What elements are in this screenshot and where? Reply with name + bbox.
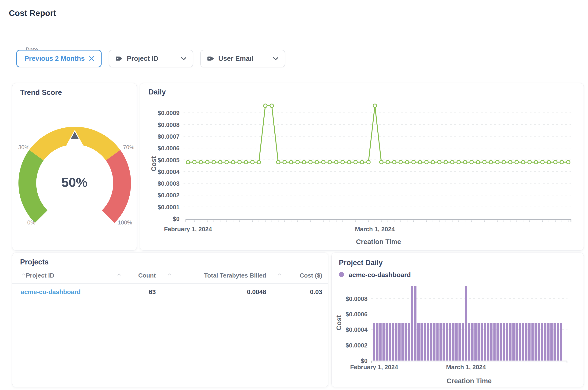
user-email-filter-label: User Email — [218, 55, 253, 62]
svg-text:$0.0001: $0.0001 — [158, 204, 180, 211]
sort-caret-project-id[interactable] — [22, 272, 25, 275]
project-id-filter-label: Project ID — [127, 55, 158, 62]
sort-caret-terabytes[interactable] — [168, 272, 171, 275]
daily-xaxis-title: Creation Time — [186, 238, 571, 246]
svg-text:February 1, 2024: February 1, 2024 — [164, 226, 212, 233]
daily-yaxis-title: Cost — [150, 150, 158, 178]
column-header-cost[interactable]: Cost ($) — [300, 272, 322, 279]
projects-card: Projects Project ID Count Total Terabyte… — [12, 252, 328, 387]
tag-icon — [115, 55, 123, 62]
chevron-down-icon — [181, 56, 187, 60]
project-daily-xaxis-title: Creation Time — [371, 377, 567, 385]
svg-text:$0: $0 — [173, 215, 180, 222]
svg-text:$0.0008: $0.0008 — [346, 295, 368, 302]
trend-score-card: Trend Score 30% 70% 0% 100% 50% — [12, 83, 137, 251]
svg-text:$0.0006: $0.0006 — [158, 145, 180, 152]
sort-caret-cost[interactable] — [278, 272, 281, 275]
svg-text:$0.0008: $0.0008 — [158, 121, 180, 128]
user-email-filter-chip[interactable]: User Email — [200, 50, 285, 67]
gauge-band-high-label: 70% — [116, 144, 142, 150]
cost-report-page: Cost Report Date Previous 2 Months Proje… — [0, 0, 588, 390]
x-icon[interactable] — [88, 55, 95, 62]
row-cost-value: 0.03 — [310, 289, 322, 296]
chevron-down-icon — [273, 56, 278, 60]
daily-line-chart: $0$0.0001$0.0002$0.0003$0.0004$0.0005$0.… — [140, 83, 584, 251]
svg-text:$0: $0 — [361, 357, 368, 364]
svg-text:$0.0004: $0.0004 — [158, 168, 180, 175]
svg-text:March 1, 2024: March 1, 2024 — [446, 364, 486, 371]
project-id-filter-chip[interactable]: Project ID — [109, 50, 193, 67]
svg-text:$0.0002: $0.0002 — [158, 192, 180, 199]
project-daily-bar-chart: $0$0.0002$0.0004$0.0006$0.0008February 1… — [332, 253, 584, 388]
gauge-band-low-label: 30% — [11, 144, 37, 150]
date-filter-value: Previous 2 Months — [25, 55, 85, 62]
tag-icon — [207, 55, 214, 62]
svg-text:February 1, 2024: February 1, 2024 — [350, 364, 398, 371]
svg-text:$0.0005: $0.0005 — [158, 157, 180, 164]
row-terabytes-value: 0.0048 — [247, 289, 266, 296]
svg-text:$0.0004: $0.0004 — [346, 326, 368, 333]
project-daily-card: Project Daily acme-co-dashboard $0$0.000… — [331, 252, 584, 387]
project-daily-yaxis-title: Cost — [335, 309, 343, 337]
svg-text:$0.0003: $0.0003 — [158, 180, 180, 187]
gauge-value: 50% — [12, 175, 137, 190]
date-filter-chip[interactable]: Previous 2 Months — [16, 50, 102, 67]
page-title: Cost Report — [9, 8, 56, 18]
projects-title: Projects — [20, 258, 49, 266]
svg-text:$0.0006: $0.0006 — [346, 311, 368, 318]
daily-card: Daily $0$0.0001$0.0002$0.0003$0.0004$0.0… — [140, 83, 584, 251]
svg-text:$0.0007: $0.0007 — [158, 133, 180, 140]
svg-text:$0.0009: $0.0009 — [158, 109, 180, 116]
column-header-project-id[interactable]: Project ID — [26, 272, 54, 279]
gauge-min-label: 0% — [18, 219, 44, 226]
svg-text:$0.0002: $0.0002 — [346, 342, 368, 349]
row-count-value: 63 — [149, 289, 156, 296]
svg-text:March 1, 2024: March 1, 2024 — [355, 226, 395, 233]
column-header-count[interactable]: Count — [138, 272, 156, 279]
gauge-max-label: 100% — [112, 219, 138, 226]
table-header-divider — [12, 283, 328, 284]
table-row-divider — [12, 301, 328, 301]
column-header-terabytes[interactable]: Total Terabytes Billed — [204, 272, 266, 279]
project-id-link[interactable]: acme-co-dashboard — [21, 289, 81, 296]
sort-caret-count[interactable] — [117, 272, 121, 275]
